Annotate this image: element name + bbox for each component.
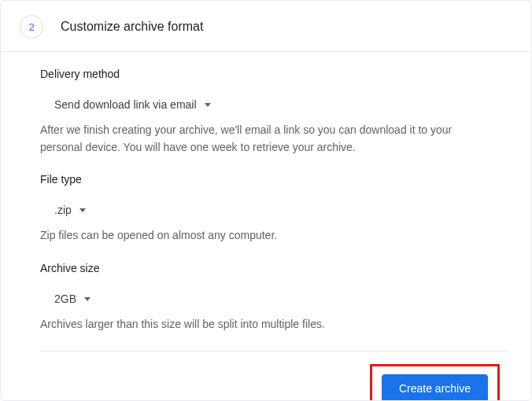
- archive-size-description: Archives larger than this size will be s…: [40, 316, 481, 333]
- action-row: Create archive: [40, 364, 508, 401]
- file-type-select[interactable]: .zip: [40, 204, 86, 216]
- form-content: Delivery method Send download link via e…: [1, 52, 531, 401]
- delivery-method-description: After we finish creating your archive, w…: [40, 122, 481, 156]
- step-number-badge: 2: [20, 15, 43, 39]
- delivery-method-value: Send download link via email: [54, 98, 197, 111]
- file-type-description: Zip files can be opened on almost any co…: [40, 227, 481, 245]
- archive-size-label: Archive size: [40, 262, 508, 274]
- file-type-value: .zip: [54, 204, 72, 216]
- wizard-panel: 2 Customize archive format Delivery meth…: [0, 0, 532, 401]
- section-divider: [40, 351, 508, 351]
- file-type-label: File type: [40, 173, 508, 186]
- step-title: Customize archive format: [61, 20, 203, 34]
- create-archive-button[interactable]: Create archive: [382, 374, 488, 401]
- caret-down-icon: [205, 103, 211, 107]
- caret-down-icon: [79, 208, 86, 212]
- delivery-method-select[interactable]: Send download link via email: [40, 98, 211, 111]
- archive-size-select[interactable]: 2GB: [40, 292, 91, 305]
- delivery-method-label: Delivery method: [40, 68, 508, 80]
- step-header: 2 Customize archive format: [1, 1, 531, 51]
- highlight-annotation: Create archive: [370, 364, 500, 401]
- archive-size-value: 2GB: [54, 292, 76, 305]
- caret-down-icon: [84, 297, 91, 301]
